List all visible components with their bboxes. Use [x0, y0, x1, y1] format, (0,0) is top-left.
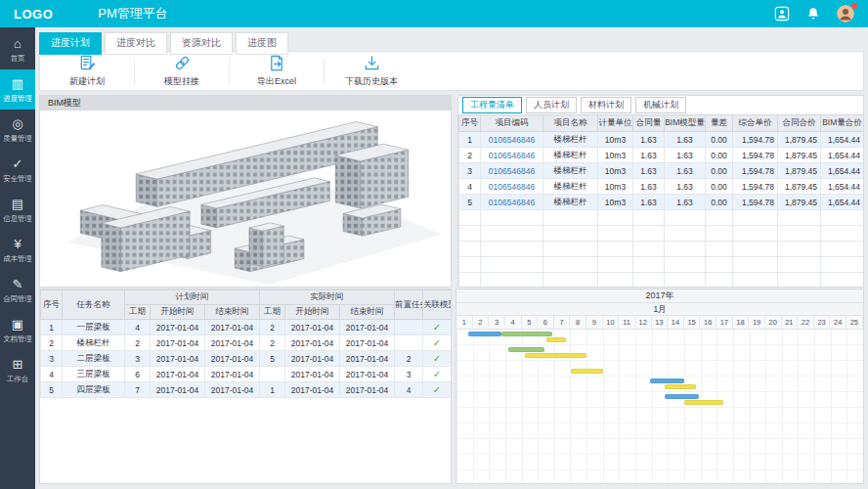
notification-bell-icon[interactable] [805, 6, 821, 22]
gantt-bar[interactable] [665, 384, 696, 389]
table-cell [459, 257, 481, 273]
table-cell [543, 257, 598, 273]
sidebar-item-cost[interactable]: ¥成本管理 [0, 230, 35, 270]
gantt-bar[interactable] [650, 378, 684, 383]
gantt-day-header: 16 [700, 316, 716, 329]
table-row[interactable]: 40106546846楼梯栏杆10m31.631.630.001,594.781… [459, 179, 864, 195]
home-icon: ⌂ [0, 37, 35, 51]
table-cell: 楼梯栏杆 [543, 148, 598, 163]
tab-0[interactable]: 进度计划 [39, 32, 102, 55]
sidebar-item-info[interactable]: ▤信息管理 [0, 190, 35, 230]
table-cell: 2017-01-04 [340, 367, 395, 382]
table-cell [481, 242, 543, 257]
tab-1[interactable]: 进度对比 [105, 32, 167, 55]
sidebar-item-progress[interactable]: ▥进度管理 [0, 69, 35, 110]
gantt-day-header: 15 [684, 316, 701, 329]
table-row[interactable]: 30106546846楼梯栏杆10m31.631.630.001,594.781… [459, 163, 864, 179]
gantt-day-header: 8 [570, 316, 586, 329]
table-cell: 1,879.45 [778, 179, 821, 195]
table-cell: 4 [459, 179, 481, 195]
toolbar-button-export-excel[interactable]: 导出Excel [230, 54, 324, 88]
table-row[interactable]: 1一层梁板42017-01-042017-01-0422017-01-04201… [41, 320, 452, 335]
cost-icon: ¥ [0, 238, 35, 251]
table-cell [778, 257, 821, 273]
gantt-bar[interactable] [684, 400, 723, 405]
column-header: BIM模型量 [665, 115, 706, 132]
table-cell: 1.63 [633, 163, 665, 179]
boq-tab-1[interactable]: 人员计划 [526, 97, 577, 113]
column-header: 开始时间 [151, 305, 205, 320]
contacts-icon[interactable] [774, 6, 790, 22]
table-cell [821, 242, 864, 257]
safety-icon: ✓ [0, 157, 35, 171]
gantt-day-header: 22 [798, 316, 814, 329]
top-header: LOGO PM管理平台 [0, 0, 868, 27]
table-cell [706, 242, 733, 257]
boq-tab-0[interactable]: 工程量清单 [462, 97, 522, 113]
bim-model-panel: BIM模型 [39, 95, 452, 288]
table-row[interactable]: 4三层梁板62017-01-042017-01-042017-01-042017… [41, 367, 452, 382]
table-row[interactable]: 5四层梁板72017-01-042017-01-0412017-01-04201… [41, 382, 452, 398]
tab-2[interactable]: 资源对比 [170, 32, 233, 55]
table-row[interactable]: 20106546846楼梯栏杆10m31.631.630.001,594.781… [459, 148, 864, 163]
table-cell: 0.00 [706, 195, 733, 210]
table-cell: 0106546846 [481, 163, 543, 179]
table-row[interactable]: 10106546846楼梯栏杆10m31.631.630.001,594.781… [459, 132, 864, 148]
table-row[interactable]: 2楼梯栏杆22017-01-042017-01-0422017-01-04201… [41, 335, 452, 351]
sidebar: ⌂首页▥进度管理◎质量管理✓安全管理▤信息管理¥成本管理✎合同管理▣文档管理⊞工… [0, 27, 35, 489]
table-cell [778, 273, 821, 289]
table-row[interactable]: 50106546846楼梯栏杆10m31.631.630.001,594.781… [459, 195, 864, 210]
sidebar-item-docs[interactable]: ▣文档管理 [0, 310, 35, 350]
sidebar-item-label: 文档管理 [1, 334, 33, 342]
new-plan-icon [78, 54, 97, 74]
gantt-day-header-row: 1234567891011121314151617181920212223242… [456, 316, 863, 330]
boq-tab-2[interactable]: 材料计划 [581, 97, 631, 113]
table-cell: 5 [459, 195, 481, 210]
table-cell [706, 273, 733, 289]
table-cell: 5 [41, 382, 63, 398]
table-cell [665, 226, 706, 242]
sidebar-item-label: 质量管理 [1, 134, 33, 142]
boq-tab-3[interactable]: 机械计划 [635, 97, 686, 113]
sidebar-item-label: 首页 [1, 54, 33, 62]
toolbar-button-label: 新建计划 [69, 75, 105, 88]
table-cell: 2017-01-04 [151, 382, 205, 398]
toolbar-button-model-link[interactable]: 模型挂接 [135, 54, 229, 88]
table-row[interactable]: 3二层梁板32017-01-042017-01-0452017-01-04201… [41, 351, 452, 367]
table-cell: 4 [125, 320, 151, 335]
gantt-day-header: 4 [505, 316, 522, 329]
table-cell: 1,594.78 [733, 195, 778, 210]
toolbar-button-new-plan[interactable]: 新建计划 [40, 54, 134, 88]
table-cell: 1 [41, 320, 63, 335]
table-row-empty [459, 273, 864, 289]
user-avatar[interactable] [837, 5, 854, 22]
gantt-bar[interactable] [501, 332, 552, 336]
gantt-day-header: 18 [733, 316, 750, 329]
table-cell: 1.63 [633, 195, 665, 210]
table-cell [598, 242, 633, 257]
table-cell [459, 210, 481, 226]
gantt-bar[interactable] [468, 332, 501, 336]
sidebar-item-workbench[interactable]: ⊞工作台 [0, 350, 35, 390]
sidebar-item-home[interactable]: ⌂首页 [0, 29, 35, 69]
table-cell: 1.63 [665, 163, 706, 179]
table-cell: 1,654.44 [821, 163, 864, 179]
boq-table: 序号项目编码项目名称计量单位合同量BIM模型量量差综合单价合同合价BIM量合价 … [458, 114, 864, 288]
gantt-bar[interactable] [665, 394, 699, 399]
toolbar-button-download-history[interactable]: 下载历史版本 [325, 54, 418, 88]
sidebar-item-safety[interactable]: ✓安全管理 [0, 150, 35, 190]
column-header: 序号 [459, 115, 481, 132]
bim-model-viewport[interactable] [40, 111, 451, 287]
gantt-bar[interactable] [508, 347, 544, 352]
toolbar-button-label: 模型挂接 [164, 75, 199, 88]
table-cell: 1,594.78 [733, 163, 778, 179]
sidebar-item-contract[interactable]: ✎合同管理 [0, 270, 35, 310]
table-cell: 0.00 [706, 163, 733, 179]
sidebar-item-quality[interactable]: ◎质量管理 [0, 110, 35, 150]
table-cell: 2 [459, 148, 481, 163]
gantt-bar[interactable] [525, 353, 586, 358]
tab-3[interactable]: 进度图 [236, 32, 288, 55]
gantt-bar[interactable] [571, 369, 603, 374]
gantt-bar[interactable] [546, 337, 566, 342]
table-cell: 2017-01-04 [340, 351, 395, 367]
